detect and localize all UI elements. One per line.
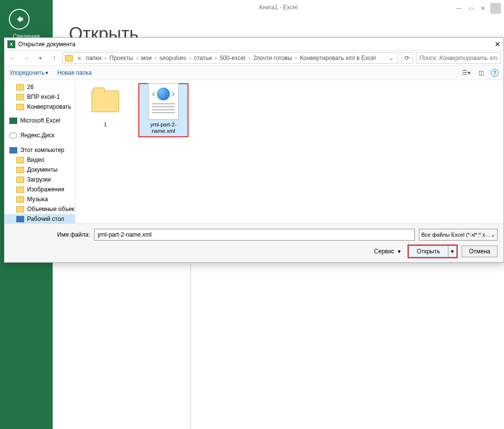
open-file-dialog: X Открытие документа ✕ ← → ▾ ↑ « папки› … xyxy=(4,37,504,263)
sidebar-item-videos[interactable]: Видео xyxy=(4,155,75,165)
preview-pane-icon[interactable]: ◫ xyxy=(476,68,486,77)
search-input[interactable] xyxy=(416,52,501,64)
excel-icon xyxy=(9,118,17,124)
chevron-down-icon: ⌄ xyxy=(491,232,495,238)
file-tile-xml[interactable]: yml-part-2-name.xml xyxy=(139,84,188,136)
tools-menu[interactable]: Сервис ▾ xyxy=(374,248,401,255)
folder-icon xyxy=(16,104,24,110)
open-dropdown-icon[interactable]: ▾ xyxy=(448,245,457,257)
window-minimize-icon[interactable]: — xyxy=(455,5,464,12)
breadcrumb-prefix[interactable]: « xyxy=(76,55,83,61)
desktop-icon xyxy=(16,216,24,222)
breadcrumb-item[interactable]: папки xyxy=(84,55,104,61)
folder-icon xyxy=(92,91,119,112)
help-icon[interactable]: ? xyxy=(491,69,499,77)
breadcrumb-item[interactable]: 500-excel xyxy=(218,55,247,61)
folder-icon xyxy=(16,94,24,100)
folder-icon xyxy=(16,84,24,91)
navigation-pane[interactable]: 26 ВПР excel-1 Конвертировать Microsoft … xyxy=(4,80,75,223)
breadcrumb[interactable]: « папки› Проекты› мои› seopulses› статьи… xyxy=(63,52,398,64)
sidebar-item-this-pc[interactable]: Этот компьютер xyxy=(4,145,75,155)
cancel-button[interactable]: Отмена xyxy=(462,245,498,257)
sidebar-item-folder[interactable]: ВПР excel-1 xyxy=(4,92,75,102)
refresh-icon[interactable]: ⟳ xyxy=(401,52,413,64)
nav-forward-icon: → xyxy=(21,55,32,61)
organize-menu[interactable]: Упорядочить▾ xyxy=(9,69,48,76)
pc-icon xyxy=(9,147,17,153)
sidebar-item-folder[interactable]: 26 xyxy=(4,82,75,92)
window-restore-icon[interactable]: ▭ xyxy=(467,5,475,12)
nav-back-icon[interactable]: ← xyxy=(7,55,18,61)
nav-recent-icon[interactable]: ▾ xyxy=(35,55,46,61)
nav-up-icon[interactable]: ↑ xyxy=(49,55,60,61)
filename-label: Имя файла: xyxy=(4,231,90,238)
folder-icon xyxy=(16,196,24,203)
file-list[interactable]: 1 yml-part-2-name.xml xyxy=(75,80,504,223)
breadcrumb-item[interactable]: 2почти готовы xyxy=(251,55,294,61)
filename-input[interactable] xyxy=(94,229,415,241)
back-button[interactable] xyxy=(9,9,30,30)
sidebar-item-downloads[interactable]: Загрузки xyxy=(4,175,75,184)
folder-icon xyxy=(16,177,24,183)
view-options-icon[interactable]: ☰▾ xyxy=(461,68,471,77)
file-type-select[interactable]: Все файлы Excel (*.xl*;*.xlsx;*.xlsm;*.x… xyxy=(419,229,498,241)
new-folder-button[interactable]: Новая папка xyxy=(57,69,92,76)
xml-file-icon xyxy=(148,83,179,120)
sidebar-item-excel[interactable]: Microsoft Excel xyxy=(4,116,75,125)
folder-icon xyxy=(16,206,24,213)
sidebar-item-3d-objects[interactable]: Объемные объекты xyxy=(4,204,75,214)
sidebar-item-documents[interactable]: Документы xyxy=(4,165,75,175)
excel-icon: X xyxy=(7,40,15,48)
sidebar-item-music[interactable]: Музыка xyxy=(4,194,75,204)
cloud-icon xyxy=(9,132,17,139)
dialog-title: Открытие документа xyxy=(18,41,75,48)
folder-icon xyxy=(16,157,24,163)
folder-icon xyxy=(16,186,24,193)
sidebar-item-yandex-disk[interactable]: Яндекс.Диск xyxy=(4,130,75,140)
folder-icon xyxy=(65,55,73,61)
breadcrumb-dropdown-icon[interactable]: ⌄ xyxy=(387,55,396,61)
file-name: yml-part-2-name.xml xyxy=(141,122,186,134)
dialog-close-icon[interactable]: ✕ xyxy=(495,40,501,48)
sidebar-item-desktop[interactable]: Рабочий стол xyxy=(4,214,75,223)
breadcrumb-item[interactable]: мои xyxy=(139,55,154,61)
breadcrumb-item[interactable]: Проекты xyxy=(107,55,135,61)
folder-icon xyxy=(16,167,24,173)
file-name: 1 xyxy=(104,122,107,128)
sidebar-item-folder[interactable]: Конвертировать xyxy=(4,102,75,112)
breadcrumb-item[interactable]: статьи xyxy=(192,55,214,61)
sidebar-item-pictures[interactable]: Изображения xyxy=(4,184,75,194)
file-tile-folder[interactable]: 1 xyxy=(81,84,129,128)
window-close-icon[interactable]: ✕ xyxy=(478,5,487,12)
vertical-divider xyxy=(190,264,191,429)
app-title: Книга1 - Excel xyxy=(259,4,298,11)
breadcrumb-item[interactable]: seopulses xyxy=(158,55,188,61)
open-button[interactable]: Открыть ▾ xyxy=(409,245,457,257)
user-avatar[interactable] xyxy=(490,3,501,14)
breadcrumb-item[interactable]: Конвертировать xml в Excel xyxy=(298,55,378,61)
